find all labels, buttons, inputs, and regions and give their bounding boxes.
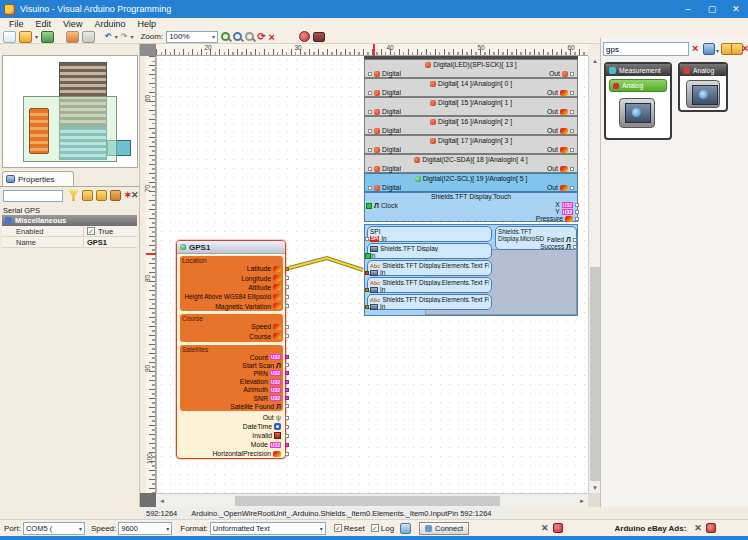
- horizontal-precision-pin[interactable]: HorizontalPrecision: [180, 449, 283, 458]
- redo-icon[interactable]: ↷: [121, 32, 128, 41]
- pin-connector[interactable]: [365, 237, 369, 241]
- pin-channel-17[interactable]: Digital[ 17 ]/AnalogIn[ 3 ] Digital Out: [364, 135, 578, 154]
- component-thumbnail[interactable]: [619, 98, 655, 128]
- undo-dropdown-icon[interactable]: ▾: [115, 33, 118, 40]
- scroll-left-icon[interactable]: ◄: [159, 498, 165, 504]
- pin-connector[interactable]: [368, 72, 372, 76]
- text-field3-box[interactable]: AbcShields.TFT Display.Elements.Text Fie…: [367, 294, 492, 310]
- property-category-header[interactable]: Miscellaneous: [2, 215, 137, 226]
- port-combobox[interactable]: COM5 (▾: [23, 522, 85, 535]
- ads-settings-icon[interactable]: ✕: [694, 523, 702, 533]
- pin-connector[interactable]: [366, 203, 372, 209]
- pin-connector[interactable]: [285, 355, 289, 359]
- tft-touch-block[interactable]: Shields.TFT Display.Touch Л Clock XU32 Y…: [364, 192, 578, 222]
- analog-out-pin[interactable]: Out: [547, 89, 574, 96]
- advanced-properties-icon[interactable]: ✕: [131, 190, 139, 200]
- gps1-header[interactable]: GPS1: [177, 241, 285, 254]
- collapse-all-icon[interactable]: [96, 190, 107, 201]
- microsd-failed-pin[interactable]: FailedЛ: [498, 236, 574, 243]
- digital-in-pin[interactable]: Digital: [368, 127, 401, 134]
- zoom-combobox[interactable]: 100%▾: [166, 31, 218, 43]
- display-in-pin[interactable]: In: [370, 252, 489, 259]
- pin-channel-18-sda[interactable]: Digital(I2C-SDA)[ 18 ]/AnalogIn[ 4 ] Dig…: [364, 154, 578, 173]
- prn-pin[interactable]: PRNU32: [180, 369, 283, 377]
- redo-dropdown-icon[interactable]: ▾: [130, 33, 133, 40]
- text-field2-in-pin[interactable]: In: [370, 286, 489, 293]
- property-filter-input[interactable]: [3, 190, 63, 202]
- filter-icon[interactable]: [68, 190, 79, 201]
- latitude-pin[interactable]: Latitude: [180, 264, 283, 273]
- pin-connector[interactable]: [570, 72, 574, 76]
- scroll-up-icon[interactable]: ▲: [592, 58, 598, 64]
- pin-connector[interactable]: [285, 363, 289, 367]
- analog-out-pin[interactable]: Out: [547, 146, 574, 153]
- analog-out-pin[interactable]: Out: [547, 127, 574, 134]
- pin-connector[interactable]: [285, 267, 289, 271]
- microsd-box[interactable]: Shields.TFT Display.MicroSD FailedЛ Succ…: [495, 226, 577, 250]
- gps1-component[interactable]: GPS1 Location Latitude Longitude Altitud…: [176, 240, 286, 459]
- pin-connector[interactable]: [285, 388, 289, 392]
- log-checkbox-group[interactable]: ✓Log: [371, 524, 394, 533]
- pin-connector[interactable]: [285, 285, 289, 289]
- category-card-measurement[interactable]: Measurement Analog: [604, 62, 672, 140]
- pin-connector[interactable]: [285, 304, 289, 308]
- azimuth-pin[interactable]: AzimuthU32: [180, 386, 283, 394]
- undo-icon[interactable]: ↶: [105, 32, 112, 41]
- pin-connector[interactable]: [285, 276, 289, 280]
- clock-in-pin[interactable]: Л Clock: [366, 202, 398, 209]
- save-project-icon[interactable]: [41, 31, 54, 43]
- analog-out-pin[interactable]: Out: [547, 165, 574, 172]
- mode-pin[interactable]: ModeU32: [180, 440, 283, 449]
- serial-settings-icon[interactable]: ✕: [541, 523, 549, 533]
- filter-dropdown-icon[interactable]: ▾: [716, 47, 719, 54]
- minimap-overview[interactable]: [2, 55, 138, 168]
- format-combobox[interactable]: Unformatted Text▾: [210, 522, 326, 535]
- open-dropdown-icon[interactable]: ▾: [35, 33, 38, 40]
- course-pin[interactable]: Course: [180, 331, 283, 340]
- menu-view[interactable]: View: [58, 19, 87, 29]
- component-item-analog-selected[interactable]: Analog: [609, 79, 667, 92]
- horizontal-scroll-thumb[interactable]: [235, 496, 500, 506]
- pin-connector[interactable]: [573, 238, 577, 242]
- pin-connector[interactable]: [285, 325, 289, 329]
- pin-connector[interactable]: [285, 371, 289, 375]
- microsd-success-pin[interactable]: SuccessЛ: [498, 243, 574, 250]
- digital-in-pin[interactable]: Digital: [368, 146, 401, 153]
- satellite-found-pin[interactable]: Satelite FoundЛ: [180, 402, 283, 410]
- snapshot-icon[interactable]: [313, 32, 325, 42]
- maximize-button[interactable]: ▢: [700, 0, 724, 18]
- terminal-icon[interactable]: [400, 523, 411, 534]
- invalid-pin[interactable]: Invalid: [180, 431, 283, 440]
- touch-pressure-pin[interactable]: Pressure: [486, 215, 576, 222]
- pin-channel-15[interactable]: Digital[ 15 ]/AnalogIn[ 1 ] Digital Out: [364, 97, 578, 116]
- digital-in-pin[interactable]: Digital: [368, 184, 401, 191]
- layout-toggle-grid-icon[interactable]: [82, 31, 95, 43]
- enabled-checkbox[interactable]: ✓: [87, 227, 95, 235]
- digital-out-pin[interactable]: Out: [549, 70, 574, 77]
- pin-connector[interactable]: [575, 210, 579, 214]
- property-row-name[interactable]: Name GPS1: [2, 237, 137, 248]
- menu-edit[interactable]: Edit: [31, 19, 57, 29]
- text-field3-in-pin[interactable]: In: [370, 303, 489, 310]
- close-button[interactable]: ✕: [724, 0, 748, 18]
- vertical-scroll-thumb[interactable]: [590, 267, 600, 481]
- pin-connector[interactable]: [285, 443, 289, 447]
- category-view-icon[interactable]: [110, 190, 121, 201]
- close-ads-icon[interactable]: [706, 523, 716, 533]
- scroll-down-icon[interactable]: ▼: [592, 485, 598, 491]
- delete-icon[interactable]: ×: [269, 31, 275, 43]
- design-canvas[interactable]: Digital(LED)(SPI-SCK)[ 13 ] Digital Out …: [156, 56, 588, 493]
- log-checkbox[interactable]: ✓: [371, 524, 379, 532]
- pin-connector[interactable]: [365, 271, 369, 275]
- compile-build-icon[interactable]: ⟳: [257, 31, 265, 42]
- layout-toggle-left-icon[interactable]: [66, 31, 79, 43]
- pin-connector[interactable]: [365, 253, 371, 259]
- spi-channel-box[interactable]: SPI SPIIn: [367, 226, 492, 242]
- stop-serial-icon[interactable]: [553, 523, 563, 533]
- pin-connector[interactable]: [285, 416, 289, 420]
- canvas-vertical-scrollbar[interactable]: ▲ ▼: [588, 56, 600, 493]
- pin-connector[interactable]: [285, 404, 289, 408]
- pin-connector[interactable]: [365, 288, 369, 292]
- analog-out-pin[interactable]: Out: [547, 184, 574, 191]
- menu-file[interactable]: File: [4, 19, 29, 29]
